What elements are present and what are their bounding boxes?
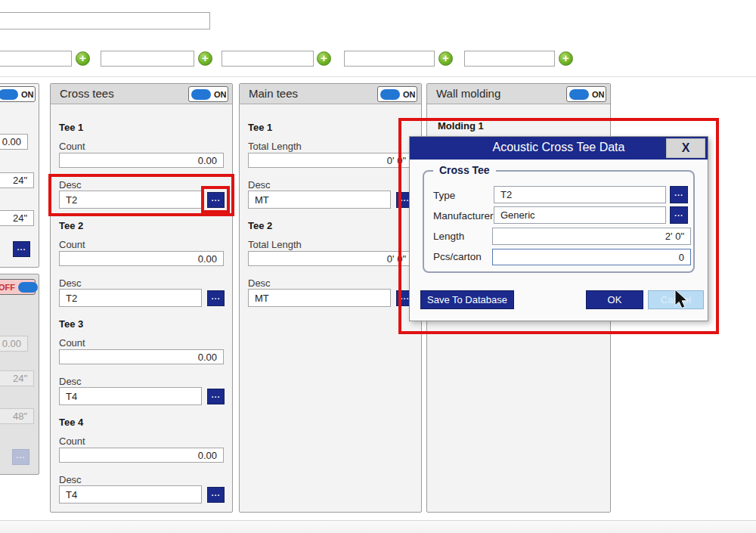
acoustic-cross-tee-dialog: Acoustic Cross Tee Data X Cross Tee Type… (409, 136, 708, 321)
count-label: Count (59, 337, 85, 349)
total-length-input[interactable]: 0' 0" (248, 251, 413, 266)
plus-icon: + (442, 52, 449, 64)
top-text-input[interactable] (0, 12, 210, 29)
tee-section: Tee 1 Total Length 0' 0" Desc MT ... (248, 122, 414, 218)
tee-section: Tee 4 Count 0.00 Desc T4 ... (59, 417, 225, 513)
desc-label: Desc (59, 376, 82, 387)
left-count-input[interactable]: 0.00 (0, 134, 28, 150)
section-title: Tee 1 (59, 122, 83, 133)
count-label: Count (59, 141, 85, 152)
section-title: Molding 1 (438, 120, 484, 132)
main-tees-toggle[interactable]: ON (377, 86, 417, 102)
type-label: Type (433, 190, 455, 201)
ellipsis-icon: ... (16, 452, 25, 458)
toggle-pill-icon (191, 89, 211, 100)
type-more-button[interactable]: ... (670, 186, 688, 203)
desc-more-button[interactable]: ... (207, 487, 225, 503)
left-off-size1-input: 24" (0, 370, 34, 386)
plus-icon: + (79, 52, 86, 64)
groupbox-title: Cross Tee (433, 164, 496, 176)
total-length-label: Total Length (248, 239, 302, 250)
ellipsis-icon: ... (211, 392, 220, 398)
ellipsis-icon: ... (17, 244, 26, 250)
desc-label: Desc (248, 179, 271, 191)
add-button-4[interactable]: + (438, 51, 453, 66)
desc-input[interactable]: T2 (59, 191, 202, 209)
manufacturer-input[interactable]: Generic (494, 206, 666, 224)
ellipsis-icon: ... (674, 190, 683, 196)
quick-add-input-4[interactable] (344, 51, 435, 67)
count-label: Count (59, 239, 85, 250)
manufacturer-more-button[interactable]: ... (670, 206, 688, 224)
total-length-input[interactable]: 0' 0" (248, 153, 413, 168)
ellipsis-icon: ... (400, 293, 409, 299)
toggle-pill-icon (0, 89, 18, 100)
add-button-5[interactable]: + (559, 51, 573, 66)
left-panel-off-toggle[interactable]: OFF (0, 279, 36, 295)
tee-section: Tee 3 Count 0.00 Desc T4 ... (59, 318, 225, 415)
plus-icon: + (562, 52, 569, 64)
cross-tees-panel: Cross tees ON Tee 1 Count 0.00 Desc T2 .… (50, 83, 233, 513)
add-button-1[interactable]: + (76, 51, 90, 66)
left-size1-input[interactable]: 24" (0, 172, 34, 188)
close-button[interactable]: X (666, 138, 705, 158)
desc-label: Desc (59, 277, 82, 289)
section-title: Tee 2 (59, 220, 83, 231)
pcs-carton-input[interactable]: 0 (492, 249, 691, 265)
count-input[interactable]: 0.00 (59, 251, 224, 266)
quick-add-input-5[interactable] (464, 51, 555, 67)
add-button-3[interactable]: + (317, 51, 331, 66)
quick-add-input-3[interactable] (222, 51, 314, 67)
tee-section: Tee 2 Count 0.00 Desc T2 ... (59, 220, 225, 317)
left-size2-input[interactable]: 24" (0, 210, 34, 226)
ok-button[interactable]: OK (586, 290, 643, 309)
left-panel-on: ON 0.00 24" 24" ... (0, 83, 39, 268)
dialog-titlebar[interactable]: Acoustic Cross Tee Data X (410, 137, 708, 160)
pcs-carton-label: Pcs/carton (433, 251, 482, 262)
estimation-app-window: + + + + + ON 0.00 24" 24" ... OFF 0.00 2… (0, 0, 756, 533)
desc-more-button[interactable]: ... (207, 389, 225, 404)
toggle-pill-icon (569, 89, 589, 100)
ellipsis-icon: ... (400, 195, 409, 201)
desc-input[interactable]: T4 (59, 387, 202, 405)
plus-icon: + (321, 52, 327, 64)
desc-input[interactable]: T2 (59, 289, 202, 307)
desc-more-button[interactable]: ... (207, 290, 225, 306)
left-off-size2-input: 48" (0, 408, 34, 424)
toggle-state-label: ON (403, 90, 416, 99)
count-input[interactable]: 0.00 (59, 448, 224, 463)
left-off-more-button: ... (12, 449, 29, 465)
type-input[interactable]: T2 (494, 186, 666, 203)
wall-molding-toggle[interactable]: ON (566, 86, 606, 102)
ellipsis-icon: ... (211, 490, 220, 496)
panel-title: Main tees (249, 87, 298, 100)
toggle-pill-icon (380, 89, 400, 100)
count-input[interactable]: 0.00 (59, 349, 224, 364)
plus-icon: + (202, 52, 209, 64)
length-input[interactable]: 2' 0" (492, 228, 691, 245)
quick-add-input-2[interactable] (101, 51, 194, 67)
footer-bar (0, 520, 756, 533)
add-button-2[interactable]: + (198, 51, 212, 66)
quick-add-input-1[interactable] (0, 51, 72, 67)
save-to-database-button[interactable]: Save To Database (420, 290, 514, 309)
section-title: Tee 2 (248, 220, 272, 231)
left-panel-on-toggle[interactable]: ON (0, 86, 36, 102)
main-tees-panel: Main tees ON Tee 1 Total Length 0' 0" De… (239, 83, 422, 513)
cross-tees-toggle[interactable]: ON (188, 86, 228, 102)
close-icon: X (682, 141, 690, 155)
cancel-button[interactable]: Cancel (648, 290, 704, 309)
dialog-title: Acoustic Cross Tee Data (410, 141, 708, 154)
toggle-state-label: OFF (0, 283, 15, 292)
desc-input[interactable]: MT (248, 191, 391, 209)
toggle-pill-icon (18, 282, 38, 293)
section-title: Tee 4 (59, 417, 83, 428)
desc-input[interactable]: MT (248, 289, 391, 307)
count-input[interactable]: 0.00 (59, 153, 224, 168)
panel-title: Wall molding (436, 87, 500, 100)
left-more-button[interactable]: ... (13, 241, 30, 257)
desc-input[interactable]: T4 (59, 485, 202, 504)
desc-label: Desc (59, 179, 82, 191)
desc-more-button[interactable]: ... (207, 192, 225, 208)
toggle-state-label: ON (592, 90, 605, 99)
